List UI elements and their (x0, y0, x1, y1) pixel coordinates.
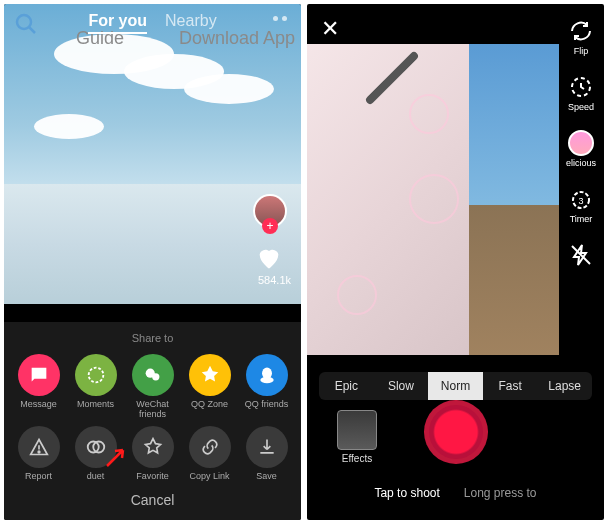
share-row-actions: Report duet Favorite Copy Link Save (10, 426, 295, 482)
share-row-social: Message Moments WeChat friends QQ Zone Q… (10, 354, 295, 420)
mode-tap[interactable]: Tap to shoot (374, 486, 439, 500)
record-button[interactable] (424, 400, 488, 464)
share-screen: For you Nearby Guide Download App + 584.… (4, 4, 301, 520)
speed-selector: Epic Slow Norm Fast Lapse (319, 372, 592, 400)
svg-point-6 (260, 377, 273, 384)
speed-norm[interactable]: Norm (428, 372, 483, 400)
tab-nearby[interactable]: Nearby (165, 12, 217, 34)
camera-preview (307, 44, 469, 355)
action-save[interactable]: Save (239, 426, 295, 482)
follow-plus-icon[interactable]: + (262, 218, 278, 234)
like-count: 584.1k (258, 274, 291, 286)
tool-beauty[interactable]: elicious (566, 130, 596, 168)
share-wechat-friends[interactable]: WeChat friends (125, 354, 181, 420)
annotation-arrow (105, 446, 127, 468)
close-icon[interactable]: ✕ (321, 16, 339, 42)
svg-point-4 (152, 373, 159, 380)
action-report[interactable]: Report (11, 426, 67, 482)
record-controls: Effects Tap to shoot Long press to (307, 400, 604, 500)
action-copylink[interactable]: Copy Link (182, 426, 238, 482)
record-screen: ✕ Flip Speed elicious 3Timer Epic Slow N… (307, 4, 604, 520)
share-moments[interactable]: Moments (68, 354, 124, 420)
cancel-button[interactable]: Cancel (10, 492, 295, 508)
profile-avatar[interactable]: + (253, 194, 287, 228)
duet-preview (307, 44, 559, 355)
tool-speed[interactable]: Speed (568, 74, 594, 112)
action-favorite[interactable]: Favorite (125, 426, 181, 482)
right-toolbar: Flip Speed elicious 3Timer (566, 18, 596, 270)
tab-foryou[interactable]: For you (88, 12, 147, 34)
speed-lapse[interactable]: Lapse (537, 372, 592, 400)
share-qqfriends[interactable]: QQ friends (239, 354, 295, 420)
speed-fast[interactable]: Fast (483, 372, 538, 400)
tool-timer[interactable]: 3Timer (568, 186, 594, 224)
top-tabs: For you Nearby (4, 12, 301, 34)
original-video (469, 44, 559, 355)
svg-point-2 (88, 368, 103, 383)
effects-icon (337, 410, 377, 450)
speed-epic[interactable]: Epic (319, 372, 374, 400)
tool-flash[interactable] (568, 242, 594, 270)
tool-flip[interactable]: Flip (568, 18, 594, 56)
effects-button[interactable]: Effects (337, 410, 377, 464)
svg-text:3: 3 (578, 196, 583, 206)
share-message[interactable]: Message (11, 354, 67, 420)
more-icon[interactable] (273, 16, 287, 21)
speed-slow[interactable]: Slow (374, 372, 429, 400)
share-qqzone[interactable]: QQ Zone (182, 354, 238, 420)
like-icon[interactable] (255, 244, 283, 272)
svg-point-8 (38, 451, 40, 453)
mode-longpress[interactable]: Long press to (464, 486, 537, 500)
share-sheet: Share to Message Moments WeChat friends … (4, 322, 301, 520)
share-title: Share to (10, 332, 295, 344)
record-modes: Tap to shoot Long press to (307, 486, 604, 500)
